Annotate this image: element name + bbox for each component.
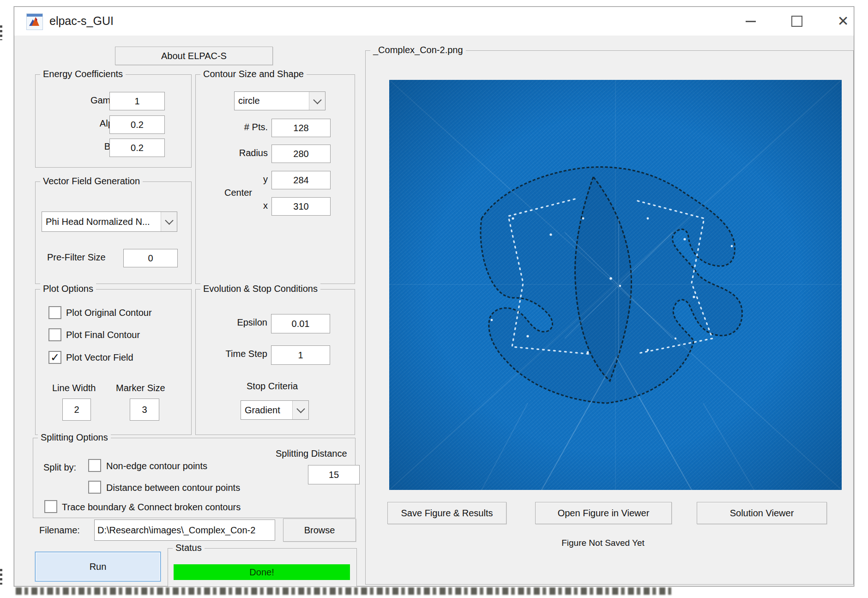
figure-panel-title: _Complex_Con-2.png: [370, 45, 466, 55]
split-by-label: Split by:: [43, 462, 76, 473]
minimize-icon: [746, 21, 756, 22]
title-bar: elpac-s_GUI ✕: [14, 7, 854, 36]
dropdown-arrow-button[interactable]: [292, 401, 308, 419]
pts-label: # Pts.: [212, 122, 268, 133]
maximize-icon: [791, 16, 802, 27]
group-title: Contour Size and Shape: [200, 69, 307, 79]
figure-not-saved-note: Figure Not Saved Yet: [535, 538, 671, 548]
plot-original-contour-label: Plot Original Contour: [66, 308, 152, 318]
chevron-down-icon: [165, 216, 173, 224]
shape-dropdown[interactable]: circle: [234, 91, 326, 110]
center-y-input[interactable]: [271, 171, 331, 189]
group-title: Evolution & Stop Conditions: [200, 284, 320, 294]
center-x-label: x: [212, 200, 268, 211]
close-icon: ✕: [837, 14, 849, 28]
stop-criteria-label: Stop Criteria: [247, 381, 298, 392]
close-button[interactable]: ✕: [823, 7, 863, 36]
group-title: Plot Options: [40, 284, 96, 294]
plot-final-contour-label: Plot Final Contour: [66, 330, 140, 340]
alpha-input[interactable]: [109, 115, 165, 134]
center-y-label: y: [212, 174, 268, 185]
app-window: elpac-s_GUI ✕ About ELPAC-S Energy Coeff…: [14, 6, 854, 586]
radius-input[interactable]: [271, 145, 331, 163]
group-title: Status: [173, 543, 205, 553]
cropped-caption-artifact: [16, 587, 671, 595]
filename-input[interactable]: [94, 519, 275, 541]
status-message: Done!: [174, 564, 350, 580]
energy-coefficients-group: Energy Coefficients Gamma Alpha Beta: [35, 74, 192, 168]
marker-size-input[interactable]: [130, 399, 159, 421]
evolution-stop-group: Evolution & Stop Conditions Epsilon Time…: [195, 289, 355, 435]
prefilter-label: Pre-Filter Size: [47, 252, 106, 263]
filename-label: Filename:: [39, 525, 80, 536]
gamma-input[interactable]: [109, 92, 165, 110]
splitting-options-group: Splitting Options Split by: Non-edge con…: [33, 438, 356, 518]
prefilter-input[interactable]: [123, 249, 178, 267]
beta-input[interactable]: [109, 139, 165, 157]
trace-boundary-label: Trace boundary & Connect broken contours: [62, 502, 241, 513]
maximize-button[interactable]: [777, 7, 817, 36]
time-step-label: Time Step: [210, 349, 267, 359]
save-figure-button[interactable]: Save Figure & Results: [387, 502, 506, 524]
plot-final-contour-checkbox[interactable]: [48, 328, 61, 341]
line-width-label: Line Width: [52, 383, 96, 393]
minimize-button[interactable]: [731, 7, 771, 36]
edge-artifact: [0, 25, 2, 40]
group-title: Vector Field Generation: [40, 176, 143, 187]
time-step-input[interactable]: [271, 345, 330, 365]
edge-artifact: [0, 569, 2, 585]
pts-input[interactable]: [271, 119, 331, 137]
non-edge-label: Non-edge contour points: [106, 461, 207, 471]
open-figure-button[interactable]: Open Figure in Viewer: [535, 502, 672, 524]
group-title: Energy Coefficients: [40, 69, 126, 79]
center-x-input[interactable]: [271, 197, 331, 216]
radius-label: Radius: [212, 148, 268, 158]
epsilon-input[interactable]: [271, 314, 330, 333]
vector-field-dropdown[interactable]: Phi Head Normalized N...: [42, 211, 177, 232]
non-edge-checkbox[interactable]: [88, 459, 101, 472]
splitting-distance-input[interactable]: [308, 465, 360, 484]
vector-field-dropdown-value: Phi Head Normalized N...: [42, 217, 161, 227]
plot-vector-field-label: Plot Vector Field: [66, 352, 133, 363]
plot-options-group: Plot Options Plot Original Contour Plot …: [35, 289, 192, 435]
solution-viewer-button[interactable]: Solution Viewer: [697, 502, 827, 524]
splitting-distance-label: Splitting Distance: [276, 448, 347, 459]
status-group: Status Done!: [168, 548, 357, 587]
distance-checkbox[interactable]: [88, 481, 101, 494]
screenshot-root: elpac-s_GUI ✕ About ELPAC-S Energy Coeff…: [0, 0, 868, 598]
matlab-icon: [26, 13, 43, 30]
epsilon-label: Epsilon: [210, 317, 267, 328]
distance-label: Distance between contour points: [106, 483, 240, 493]
plot-original-contour-checkbox[interactable]: [48, 306, 61, 319]
vector-field-generation-group: Vector Field Generation Phi Head Normali…: [35, 181, 192, 284]
figure-image: [389, 80, 842, 490]
stop-criteria-dropdown[interactable]: Gradient: [241, 400, 309, 420]
browse-button[interactable]: Browse: [283, 519, 356, 542]
trace-boundary-checkbox[interactable]: [44, 500, 57, 513]
window-title: elpac-s_GUI: [49, 14, 114, 28]
chevron-down-icon: [296, 405, 305, 413]
stop-criteria-value: Gradient: [241, 405, 292, 416]
run-button[interactable]: Run: [35, 552, 161, 581]
marker-size-label: Marker Size: [116, 383, 165, 393]
line-width-input[interactable]: [62, 399, 91, 421]
about-button[interactable]: About ELPAC-S: [115, 47, 273, 65]
chevron-down-icon: [313, 96, 321, 104]
plot-vector-field-checkbox[interactable]: ✓: [48, 351, 61, 364]
contour-size-shape-group: Contour Size and Shape circle # Pts. Rad…: [195, 74, 355, 284]
vignette: [389, 80, 842, 490]
group-title: Splitting Options: [38, 432, 111, 443]
center-label: Center: [224, 187, 252, 198]
shape-dropdown-value: circle: [235, 96, 309, 106]
dropdown-arrow-button[interactable]: [309, 92, 325, 110]
dropdown-arrow-button[interactable]: [161, 212, 177, 231]
